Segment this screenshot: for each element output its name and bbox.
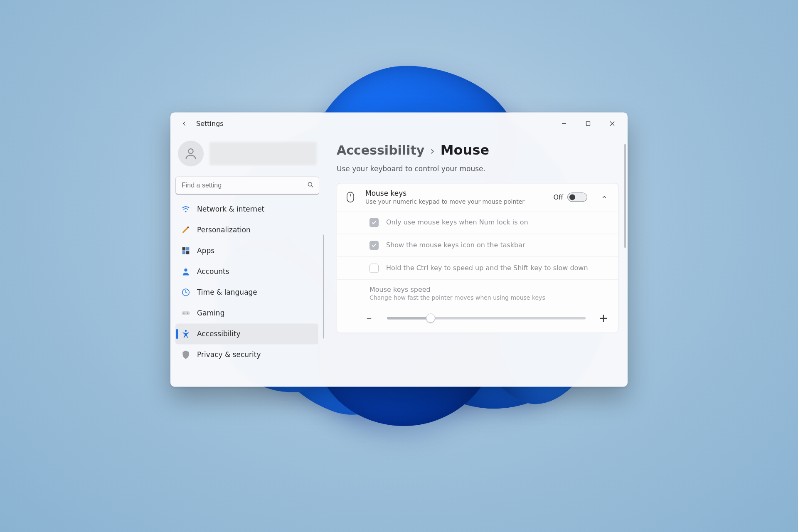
content-scrollbar[interactable] [624,144,626,248]
account-name-redacted [209,142,317,165]
arrow-left-icon [181,120,188,127]
option-label: Hold the Ctrl key to speed up and the Sh… [386,264,611,273]
maximize-icon [586,121,591,126]
speed-title: Mouse keys speed [369,286,611,293]
svg-rect-1 [586,122,590,126]
slider-thumb[interactable] [426,313,435,323]
option-ctrl-shift-row[interactable]: Hold the Ctrl key to speed up and the Sh… [337,257,618,280]
chevron-right-icon: › [430,145,434,157]
svg-point-15 [183,313,185,314]
chevron-up-icon [601,194,608,200]
person-icon [184,146,198,160]
apps-icon [181,246,190,255]
sidebar-item-accounts[interactable]: Accounts [175,261,318,282]
accessibility-icon [181,329,190,338]
account-header[interactable] [175,138,319,174]
sidebar-item-personalization[interactable]: Personalization [175,219,318,240]
sidebar-item-label: Gaming [197,309,224,317]
svg-line-6 [311,186,313,187]
speed-decrease-button[interactable]: – [362,311,376,325]
speed-increase-button[interactable]: + [596,311,611,325]
shield-icon [181,350,190,359]
slider-fill [387,317,431,319]
sidebar-item-label: Accounts [197,267,229,276]
sidebar: Network & internet Personalization Apps [170,135,324,387]
search-container [175,176,319,195]
svg-point-17 [185,330,187,332]
mouse-keys-card: Mouse keys Use your numeric keypad to mo… [337,183,618,333]
collapse-button[interactable] [598,191,611,203]
checkbox-taskbar-icon[interactable] [369,241,379,250]
mouse-keys-header[interactable]: Mouse keys Use your numeric keypad to mo… [337,183,618,211]
svg-point-7 [185,211,186,212]
checkbox-ctrl-shift[interactable] [369,264,379,273]
svg-rect-9 [186,247,190,251]
sidebar-item-label: Network & internet [197,205,264,213]
speed-description: Change how fast the pointer moves when u… [369,294,611,301]
sidebar-item-label: Accessibility [197,330,241,338]
sidebar-item-label: Apps [197,246,214,255]
clock-globe-icon [181,288,190,297]
titlebar: Settings [170,112,628,135]
minimize-icon [562,121,566,126]
minimize-button[interactable] [552,114,576,133]
avatar [178,140,204,166]
sidebar-item-gaming[interactable]: Gaming [175,303,318,323]
mouse-keys-toggle[interactable] [567,192,587,202]
checkbox-numlock[interactable] [369,218,379,227]
content-pane: Accessibility › Mouse Use your keyboard … [324,135,628,387]
search-icon [307,181,314,190]
window-title: Settings [196,120,224,128]
back-button[interactable] [177,116,192,131]
svg-point-16 [187,313,188,314]
sidebar-item-apps[interactable]: Apps [175,240,318,261]
mouse-keys-speed-block: Mouse keys speed Change how fast the poi… [337,280,618,303]
breadcrumb-parent[interactable]: Accessibility [337,143,424,158]
paintbrush-icon [181,225,190,234]
option-label: Show the mouse keys icon on the taskbar [386,241,611,250]
wifi-icon [181,204,190,214]
close-icon [610,121,615,126]
mouse-keys-title: Mouse keys [365,189,544,197]
breadcrumb: Accessibility › Mouse [337,142,618,158]
sidebar-item-accessibility[interactable]: Accessibility [175,323,318,344]
svg-rect-11 [186,251,190,254]
sidebar-item-label: Personalization [197,226,251,234]
gamepad-icon [181,308,190,318]
speed-slider-row: – + [337,303,618,332]
nav-list[interactable]: Network & internet Personalization Apps [175,199,319,387]
mouse-keys-description: Use your numeric keypad to move your mou… [365,198,544,205]
account-icon [181,267,190,276]
svg-rect-14 [182,311,190,315]
option-label: Only use mouse keys when Num lock is on [386,218,611,227]
settings-window: Settings [170,112,628,387]
sidebar-item-network[interactable]: Network & internet [175,199,318,219]
option-numlock-row[interactable]: Only use mouse keys when Num lock is on [337,211,618,234]
sidebar-item-privacy[interactable]: Privacy & security [175,344,318,365]
mouse-icon [345,191,356,203]
svg-rect-8 [182,247,186,251]
svg-rect-18 [347,192,354,202]
svg-point-5 [308,182,312,186]
maximize-button[interactable] [576,114,600,133]
svg-point-12 [184,268,187,271]
sidebar-item-time-language[interactable]: Time & language [175,282,318,303]
search-input[interactable] [175,176,319,195]
option-taskbar-icon-row[interactable]: Show the mouse keys icon on the taskbar [337,234,618,257]
speed-slider[interactable] [387,317,586,319]
close-button[interactable] [600,114,624,133]
sidebar-item-label: Privacy & security [197,350,261,359]
page-subtitle: Use your keyboard to control your mouse. [337,165,618,173]
page-title: Mouse [441,142,489,158]
sidebar-item-label: Time & language [197,288,257,296]
svg-point-4 [188,149,193,153]
toggle-state-label: Off [553,193,563,201]
svg-rect-10 [182,251,186,254]
